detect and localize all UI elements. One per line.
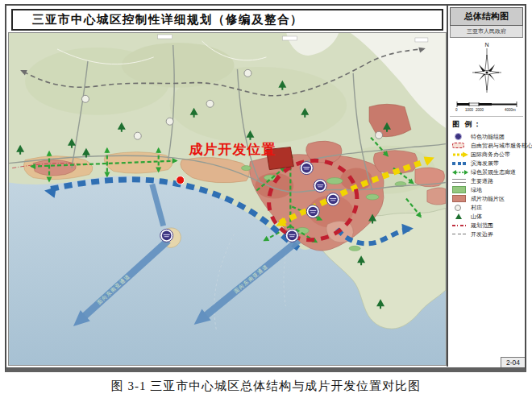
red-dashed-ellipse-icon	[452, 142, 468, 149]
legend-item: 村庄	[452, 203, 523, 212]
blue-dashed-band-icon	[452, 160, 468, 167]
development-point-highlight	[177, 176, 185, 184]
legend-item: 规划范围	[452, 221, 523, 230]
legend-label: 规划范围	[471, 222, 493, 230]
compass-rose: N	[448, 39, 525, 99]
compass-icon: N	[467, 39, 507, 97]
scale-label-0: 0	[455, 108, 458, 112]
figure-caption: 图 3-1 三亚市中心城区总体结构与成片开发位置对比图	[0, 379, 532, 394]
legend-item: 国际商务办公带	[452, 150, 523, 159]
green-dashed-arrow-icon	[452, 168, 468, 176]
double-line-icon	[452, 177, 468, 184]
legend-item: 成片功能片区	[452, 194, 523, 203]
village-circle-icon	[452, 204, 468, 211]
side-panel: 总体结构图 三亚市人民政府 N	[447, 6, 525, 367]
legend-label: 绿色景观生态廊道	[471, 168, 516, 176]
legend: 图 例： 特色功能组团 自由贸易与城市服务核心 国际商务办公带 滨海发展带	[448, 117, 525, 238]
scale-bar: 0 1000 2000 4000m	[448, 99, 525, 113]
legend-item: 山体	[452, 212, 523, 221]
page-number: 2-04	[501, 357, 525, 367]
scale-label-3: 4000m	[505, 108, 516, 112]
map-name: 总体结构图	[450, 7, 523, 26]
compass-north-label: N	[484, 42, 488, 48]
map-highlight-label: 成片开发位置	[189, 142, 276, 157]
legend-label: 山体	[471, 213, 482, 221]
yellow-arrow-icon	[452, 151, 468, 158]
agency-name: 三亚市人民政府	[450, 26, 523, 38]
cluster-badge-icon	[452, 133, 468, 140]
gray-dashed-line-icon	[452, 230, 468, 238]
legend-item: 滨海发展带	[452, 159, 523, 168]
scale-label-1: 1000	[465, 108, 474, 112]
legend-label: 自由贸易与城市服务核心	[471, 142, 532, 150]
legend-label: 成片功能片区	[471, 195, 505, 203]
legend-item: 绿地	[452, 185, 523, 194]
pink-fill-icon	[452, 195, 468, 202]
scale-bar-icon: 0 1000 2000 4000m	[453, 99, 521, 113]
legend-item: 绿色景观生态廊道	[452, 168, 523, 176]
planning-map: 面向东南亚通道 面向东南亚通道 成片开发位	[9, 33, 446, 365]
legend-item: 开发边界	[452, 230, 523, 238]
legend-label: 国际商务办公带	[471, 151, 510, 159]
legend-label: 特色功能组团	[471, 133, 505, 141]
map-area: 面向东南亚通道 面向东南亚通道 成片开发位	[8, 32, 447, 366]
red-dashdot-line-icon	[452, 222, 468, 229]
legend-title: 图 例：	[452, 119, 523, 130]
mountain-tree-icon	[452, 213, 468, 220]
plan-sheet: 三亚市中心城区控制性详细规划（修编及整合）	[5, 4, 526, 372]
legend-label: 绿地	[471, 186, 482, 194]
legend-label: 村庄	[471, 204, 482, 212]
legend-label: 主要道路	[471, 177, 493, 185]
legend-label: 开发边界	[471, 230, 493, 238]
green-fill-icon	[452, 186, 468, 193]
sheet-title: 三亚市中心城区控制性详细规划（修编及整合）	[11, 9, 443, 31]
legend-item: 特色功能组团	[452, 132, 523, 141]
legend-item: 自由贸易与城市服务核心	[452, 141, 523, 150]
legend-label: 滨海发展带	[471, 160, 499, 168]
scale-label-2: 2000	[476, 108, 484, 112]
legend-item: 主要道路	[452, 176, 523, 185]
